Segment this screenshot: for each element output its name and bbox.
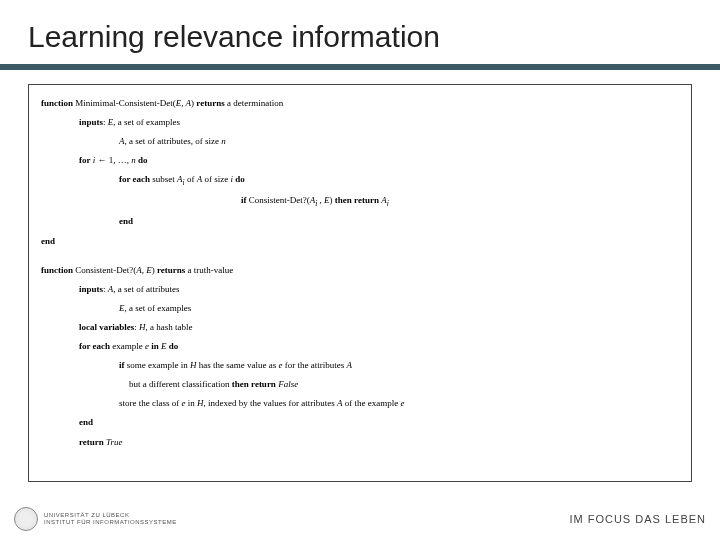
algo2-foreach: for each example e in E do [41,338,679,355]
university-logo: UNIVERSITÄT ZU LÜBECK INSTITUT FÜR INFOR… [14,507,177,531]
algo2-return: return True [41,434,679,451]
algo1-inputs2: A, a set of attributes, of size n [41,133,679,150]
algo2-locals: local variables: H, a hash table [41,319,679,336]
algo1-end1: end [41,213,679,230]
title-rule [0,64,720,70]
algo2-inputs1: inputs: A, a set of attributes [41,281,679,298]
slide-title: Learning relevance information [28,20,692,54]
algo1-if: if Consistent-Det?(Ai , E) then return A… [41,192,679,211]
algo2-store: store the class of e in H, indexed by th… [41,395,679,412]
algo2-end: end [41,414,679,431]
algorithm-box: function Minimimal-Consistent-Det(E, A) … [28,84,692,482]
algo2-inputs2: E, a set of examples [41,300,679,317]
university-text: UNIVERSITÄT ZU LÜBECK INSTITUT FÜR INFOR… [44,512,177,525]
algo1-end2: end [41,233,679,250]
seal-icon [14,507,38,531]
algo1-for: for i ← 1, …, n do [41,152,679,169]
algo1-foreach: for each subset Ai of A of size i do [41,171,679,190]
algo2-if-cont: but a different classification then retu… [41,376,679,393]
slide-footer: UNIVERSITÄT ZU LÜBECK INSTITUT FÜR INFOR… [14,504,706,534]
algo1-signature: function Minimimal-Consistent-Det(E, A) … [41,95,679,112]
algo2-if: if some example in H has the same value … [41,357,679,374]
slide-container: Learning relevance information function … [0,0,720,540]
algo2-signature: function Consistent-Det?(A, E) returns a… [41,262,679,279]
algo1-inputs1: inputs: E, a set of examples [41,114,679,131]
footer-tagline: IM FOCUS DAS LEBEN [569,513,706,525]
